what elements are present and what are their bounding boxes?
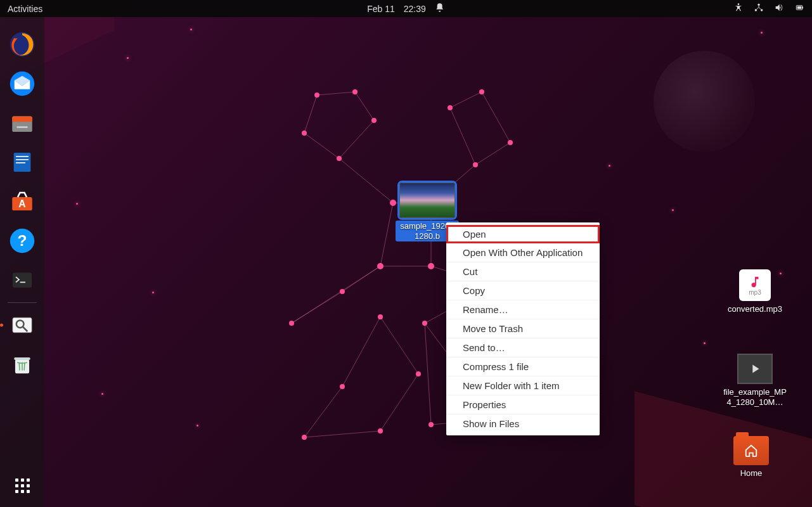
context-open[interactable]: Open [446,225,600,243]
network-icon[interactable] [754,3,764,15]
dock-software[interactable]: A [7,186,37,217]
home-folder-icon [733,436,769,465]
desktop-icon-label: file_example_MP4_1280_10M… [719,387,790,408]
context-properties[interactable]: Properties [446,395,600,414]
svg-point-23 [378,428,383,433]
svg-rect-41 [16,156,29,157]
context-open-with[interactable]: Open With Other Application [446,243,600,262]
svg-point-28 [738,3,740,5]
svg-point-10 [508,140,513,145]
svg-point-17 [289,321,294,326]
svg-rect-38 [12,117,32,122]
dock-writer[interactable] [7,147,37,177]
dock-files[interactable] [7,108,37,138]
svg-line-0 [339,158,393,203]
notifications-icon[interactable] [435,3,445,15]
context-cut[interactable]: Cut [446,262,600,281]
audio-file-icon: mp3 [739,269,771,301]
desktop-icon-label: Home [738,468,765,479]
svg-point-20 [378,314,383,319]
context-move-to-trash[interactable]: Move to Trash [446,319,600,338]
dock-firefox[interactable] [7,29,37,60]
dock-thunderbird[interactable] [7,68,37,99]
volume-icon[interactable] [774,3,784,15]
svg-point-9 [479,89,484,94]
svg-point-6 [371,118,377,123]
dock-image-viewer[interactable] [7,310,37,340]
svg-point-16 [340,289,345,294]
dock-separator [8,302,37,303]
wallpaper [0,0,812,507]
svg-rect-49 [13,318,32,332]
svg-point-14 [377,263,383,269]
desktop-icon-label: converted.mp3 [725,304,785,315]
context-compress[interactable]: Compress 1 file [446,357,600,376]
context-send-to[interactable]: Send to… [446,338,600,357]
svg-point-8 [448,105,453,110]
video-file-icon [737,354,773,384]
context-copy[interactable]: Copy [446,281,600,300]
dock-terminal[interactable] [7,265,37,295]
activities-button[interactable]: Activities [8,4,42,14]
desktop-icon-home[interactable]: Home [719,436,783,479]
svg-text:?: ? [18,232,27,249]
svg-point-24 [416,371,421,376]
svg-rect-39 [16,126,28,128]
clock-time[interactable]: 22:39 [404,4,426,14]
image-thumbnail [400,183,454,218]
svg-point-31 [761,9,763,11]
svg-point-11 [473,162,478,167]
accessibility-icon[interactable] [733,3,744,15]
svg-point-4 [302,131,307,136]
context-show-in-files[interactable]: Show in Files [446,414,600,433]
svg-rect-48 [13,273,32,287]
svg-point-19 [422,321,427,326]
show-applications-button[interactable] [15,478,30,493]
svg-rect-33 [797,6,802,9]
svg-point-7 [352,89,358,94]
svg-point-15 [428,263,434,269]
clock-date[interactable]: Feb 11 [367,4,395,14]
svg-point-22 [302,435,307,440]
svg-text:A: A [18,198,25,209]
dock-help[interactable]: ? [7,226,37,256]
svg-rect-42 [16,159,29,160]
svg-rect-53 [14,357,30,360]
desktop-icon-converted-mp3[interactable]: mp3 converted.mp3 [723,269,787,315]
svg-point-27 [429,422,434,427]
context-menu: Open Open With Other Application Cut Cop… [446,222,600,435]
svg-point-5 [337,156,342,161]
dock-trash[interactable] [7,349,37,380]
svg-point-29 [757,4,759,6]
context-new-folder[interactable]: New Folder with 1 item [446,376,600,395]
top-bar: Activities Feb 11 22:39 [0,0,812,17]
context-rename[interactable]: Rename… [446,300,600,319]
battery-icon[interactable] [794,3,804,15]
svg-point-30 [755,9,757,11]
svg-rect-34 [802,7,803,9]
dock: A ? [0,17,44,507]
desktop-icon-video[interactable]: file_example_MP4_1280_10M… [719,354,790,408]
svg-point-3 [314,93,319,98]
svg-rect-43 [16,162,25,164]
svg-point-21 [340,384,345,389]
